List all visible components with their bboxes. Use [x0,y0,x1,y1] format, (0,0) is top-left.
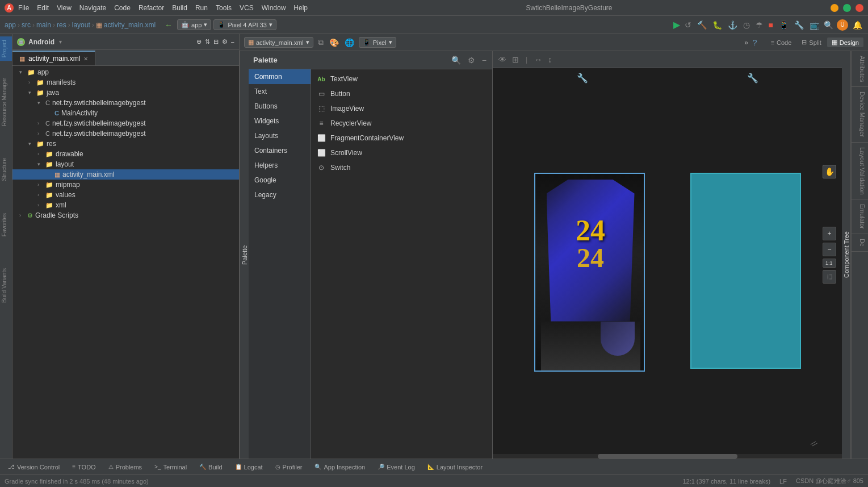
tree-item-package2[interactable]: › C net.fzy.swtichbelleimagebygest [12,118,239,128]
palette-cat-layouts[interactable]: Layouts [249,128,311,143]
favorites-tab[interactable]: Favorites [0,210,12,240]
palette-item-recyclerview[interactable]: RecyclerView [311,116,492,131]
status-position[interactable]: 12:1 (397 chars, 11 line breaks) [682,478,770,485]
build-variants-tab[interactable]: Build Variants [0,265,12,306]
palette-cat-text[interactable]: Text [249,84,311,99]
app-selector[interactable]: 🤖 app ▾ [177,19,211,30]
palette-cat-buttons[interactable]: Buttons [249,99,311,114]
resize-handle[interactable]: // [810,439,819,449]
design-view-button[interactable]: ▦ Design [827,38,863,47]
stop-button[interactable]: ■ [768,19,774,31]
device-dropdown[interactable]: 📱 Pixel ▾ [359,37,396,48]
back-button[interactable]: ← [162,19,175,31]
run-button[interactable]: ▶ [673,19,680,30]
version-control-tab[interactable]: ⎇ Version Control [2,461,65,473]
device-manager-panel-tab[interactable]: Device Manager [852,87,868,142]
problems-tab[interactable]: ⚠ Problems [103,461,148,473]
tree-item-mainactivity[interactable]: C MainActivity [12,108,239,118]
breadcrumb-src[interactable]: src [22,21,31,29]
file-tree[interactable]: ▾ 📁 app › 📁 manifests ▾ 📁 java ▾ [12,66,239,459]
menu-build[interactable]: Build [172,4,187,12]
tree-item-layout[interactable]: ▾ 📁 layout [12,159,239,169]
menu-run[interactable]: Run [195,4,208,12]
canvas-arrow-h[interactable]: ↔ [533,54,543,65]
canvas-layout-button[interactable]: ⊞ [511,54,520,65]
menu-edit[interactable]: Edit [37,4,49,12]
palette-cat-google[interactable]: Google [249,173,311,188]
palette-vertical-tab[interactable]: Palette [240,51,249,459]
palette-item-imageview[interactable]: ImageView [311,101,492,116]
code-view-button[interactable]: ≡ Code [766,38,796,47]
component-tree-tab[interactable]: Component Tree [842,51,851,459]
palette-settings-button[interactable]: ⚙ [467,55,476,66]
menu-vcs[interactable]: VCS [240,4,254,12]
locale-button[interactable]: 🌐 [343,37,355,48]
tree-item-gradle[interactable]: › ⚙ Gradle Scripts [12,210,239,220]
palette-item-fragmentcontainerview[interactable]: FragmentContainerView [311,131,492,145]
hand-tool-button[interactable]: ✋ [823,165,836,178]
file-dropdown[interactable]: ▦ activity_main.xml ▾ [244,37,313,48]
canvas-arrow-v[interactable]: ↕ [547,54,553,65]
theme-button[interactable]: 🎨 [328,37,340,48]
event-log-tab[interactable]: 🔎 Event Log [372,461,421,473]
palette-item-textview[interactable]: TextView [311,72,492,86]
palette-item-switch[interactable]: Switch [311,160,492,175]
refresh-button[interactable]: ↺ [684,19,693,31]
menu-code[interactable]: Code [114,4,131,12]
breadcrumb-app[interactable]: app [5,21,16,29]
minimize-panel-button[interactable]: − [231,38,234,45]
breadcrumb-layout[interactable]: layout [72,21,90,29]
dc-tab[interactable]: Dc [852,234,868,251]
resource-manager-tab[interactable]: Resource Manager [0,74,12,130]
breadcrumb-file[interactable]: activity_main.xml [104,21,156,29]
menu-bar[interactable]: File Edit View Navigate Code Refactor Bu… [18,4,308,12]
menu-refactor[interactable]: Refactor [139,4,164,12]
teal-screen[interactable] [690,173,801,369]
collapse-button[interactable]: ⊟ [213,38,219,45]
project-dropdown-icon[interactable]: ▾ [59,39,62,45]
tree-item-java[interactable]: ▾ 📁 java [12,88,239,98]
tree-item-package1[interactable]: ▾ C net.fzy.swtichbelleimagebygest [12,98,239,108]
tree-item-values[interactable]: › 📁 values [12,190,239,200]
tree-item-app[interactable]: ▾ 📁 app [12,67,239,77]
palette-cat-widgets[interactable]: Widgets [249,114,311,128]
profiler-tab[interactable]: ◷ Profiler [270,461,308,473]
structure-tab[interactable]: Structure [0,155,12,185]
terminal-tab[interactable]: >_ Terminal [149,461,192,473]
profiler-button[interactable]: ◷ [742,19,751,31]
menu-navigate[interactable]: Navigate [79,4,106,12]
layout-validation-tab[interactable]: Layout Validation [852,143,868,200]
canvas-scrollbar[interactable] [493,454,842,459]
build-button[interactable]: 🔨 [696,19,708,31]
notifications-button[interactable]: 🔔 [852,19,863,31]
palette-cat-legacy[interactable]: Legacy [249,188,311,202]
minimize-button[interactable] [831,4,838,12]
layers-button[interactable]: ⧉ [317,36,325,48]
attributes-tab[interactable]: Attributes [852,51,868,87]
palette-search-button[interactable]: 🔍 [450,55,462,66]
coverage-button[interactable]: ☂ [754,19,764,31]
tab-activity-main[interactable]: ▦ activity_main.xml ✕ [12,51,95,65]
menu-tools[interactable]: Tools [216,4,232,12]
layout-inspector-tab[interactable]: 📐 Layout Inspector [422,461,488,473]
palette-cat-common[interactable]: Common [249,69,311,84]
sdk-manager-btn[interactable]: 🔧 [793,19,805,31]
tree-item-xml[interactable]: › 📁 xml [12,200,239,210]
split-view-button[interactable]: ⊟ Split [797,38,825,47]
add-button[interactable]: ⊕ [196,38,202,45]
build-tab[interactable]: 🔨 Build [194,461,228,473]
palette-item-button[interactable]: Button [311,86,492,101]
menu-file[interactable]: File [18,4,29,12]
avd-manager-btn[interactable]: 📺 [808,19,820,31]
device-selector[interactable]: 📱 Pixel 4 API 33 ▾ [213,19,276,30]
tree-item-manifests[interactable]: › 📁 manifests [12,77,239,88]
debug-button[interactable]: 🐛 [711,19,723,31]
logcat-tab[interactable]: 📋 Logcat [229,461,269,473]
app-inspection-tab[interactable]: 🔍 App Inspection [309,461,371,473]
tool-icon-right[interactable]: 🔧 [747,73,758,84]
menu-help[interactable]: Help [293,4,308,12]
palette-item-scrollview[interactable]: ScrollView [311,145,492,160]
tree-item-activity-main[interactable]: ▦ activity_main.xml [12,169,239,180]
todo-tab[interactable]: ≡ TODO [66,461,101,473]
ratio-button[interactable]: 1:1 [823,259,836,268]
